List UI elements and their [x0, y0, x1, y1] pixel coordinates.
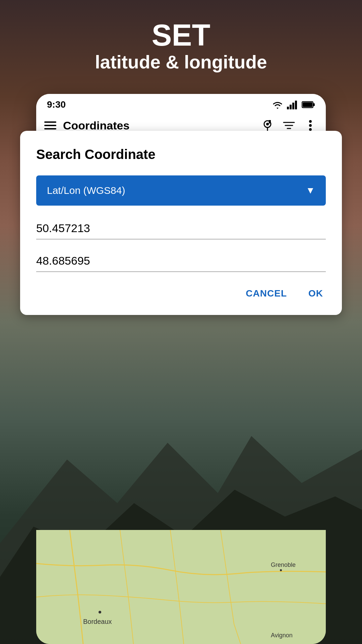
- dialog-actions: CANCEL OK: [36, 284, 326, 303]
- svg-text:Bordeaux: Bordeaux: [83, 618, 112, 625]
- ok-button[interactable]: OK: [306, 284, 326, 303]
- latitude-input-group: [36, 219, 326, 239]
- svg-rect-35: [36, 530, 326, 644]
- svg-text:Avignon: Avignon: [271, 632, 293, 639]
- chevron-down-icon: ▼: [306, 185, 315, 196]
- search-coordinate-dialog: Search Coordinate Lat/Lon (WGS84) ▼ CANC…: [20, 131, 342, 315]
- longitude-input[interactable]: [36, 252, 326, 272]
- svg-point-38: [280, 569, 282, 571]
- dropdown-label: Lat/Lon (WGS84): [47, 185, 125, 196]
- svg-point-36: [99, 611, 101, 613]
- svg-text:Grenoble: Grenoble: [271, 561, 296, 568]
- longitude-input-group: [36, 252, 326, 272]
- coordinate-type-dropdown[interactable]: Lat/Lon (WGS84) ▼: [36, 175, 326, 206]
- cancel-button[interactable]: CANCEL: [243, 284, 290, 303]
- latitude-input[interactable]: [36, 219, 326, 239]
- dialog-title: Search Coordinate: [36, 147, 326, 162]
- bottom-map: Bordeaux Grenoble Avignon: [36, 530, 326, 644]
